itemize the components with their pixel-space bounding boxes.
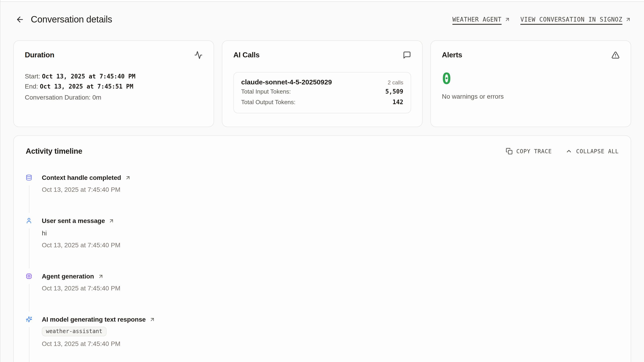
timeline-item-title[interactable]: User sent a message: [42, 216, 105, 225]
start-time-value: Oct 13, 2025 at 7:45:40 PM: [42, 73, 136, 80]
collapse-all-button[interactable]: COLLAPSE ALL: [566, 148, 619, 155]
output-tokens-value: 142: [392, 99, 403, 106]
copy-icon: [506, 148, 513, 155]
activity-timeline-card: Activity timeline COPY TRACE COLLAPSE AL…: [13, 135, 631, 362]
timeline-connector: [29, 327, 29, 362]
duration-card-title: Duration: [25, 51, 54, 59]
conversation-details-page: Conversation details WEATHER AGENT VIEW …: [0, 0, 644, 362]
timeline-item: User sent a message hi Oct 13, 2025 at 7…: [26, 216, 619, 250]
arrow-up-right-icon: [625, 16, 631, 22]
header-links: WEATHER AGENT VIEW CONVERSATION IN SIGNO…: [452, 16, 631, 23]
ai-calls-card-title: AI Calls: [233, 51, 260, 59]
activity-icon: [194, 51, 202, 59]
sparkles-icon: [26, 316, 32, 323]
database-icon: [26, 174, 32, 181]
end-time-value: Oct 13, 2025 at 7:45:51 PM: [40, 83, 133, 90]
user-icon: [26, 217, 32, 224]
model-name: claude-sonnet-4-5-20250929: [241, 78, 332, 86]
cpu-icon: [26, 273, 32, 279]
arrow-up-right-icon[interactable]: [125, 175, 131, 181]
timeline-item-title[interactable]: Context handle completed: [42, 173, 121, 182]
output-tokens-row: Total Output Tokens: 142: [241, 98, 403, 107]
chevron-up-icon: [566, 148, 572, 155]
page-header: Conversation details WEATHER AGENT VIEW …: [13, 2, 631, 26]
back-button[interactable]: [13, 13, 26, 26]
timeline-item: AI model generating text response weathe…: [26, 315, 619, 348]
start-time-row: Start: Oct 13, 2025 at 7:45:40 PM: [25, 72, 202, 81]
input-tokens-value: 5,509: [386, 88, 403, 95]
input-tokens-row: Total Input Tokens: 5,509: [241, 87, 403, 96]
timeline-item-timestamp: Oct 13, 2025 at 7:45:40 PM: [42, 240, 120, 250]
message-square-icon: [403, 51, 411, 59]
model-call-count: 2 calls: [388, 79, 403, 86]
timeline-item: Context handle completed Oct 13, 2025 at…: [26, 173, 619, 194]
timeline-item-timestamp: Oct 13, 2025 at 7:45:40 PM: [42, 339, 155, 348]
timeline-list: Context handle completed Oct 13, 2025 at…: [26, 173, 619, 348]
view-conversation-in-signoz-link[interactable]: VIEW CONVERSATION IN SIGNOZ: [520, 16, 631, 23]
arrow-left-icon: [16, 15, 24, 24]
conversation-duration-value: 0m: [92, 94, 101, 101]
conversation-duration-row: Conversation Duration: 0m: [25, 93, 202, 102]
timeline-connector: [29, 284, 29, 312]
alerts-card: Alerts 0 No warnings or errors: [430, 40, 631, 127]
alert-count: 0: [442, 70, 620, 87]
summary-cards: Duration Start: Oct 13, 2025 at 7:45:40 …: [13, 40, 631, 127]
duration-card: Duration Start: Oct 13, 2025 at 7:45:40 …: [13, 40, 214, 127]
arrow-up-right-icon: [504, 16, 510, 22]
timeline-item-message: hi: [42, 228, 120, 238]
timeline-connector: [29, 185, 29, 213]
timeline-item-timestamp: Oct 13, 2025 at 7:45:40 PM: [42, 284, 120, 293]
alert-message: No warnings or errors: [442, 93, 620, 100]
weather-agent-link[interactable]: WEATHER AGENT: [452, 16, 510, 23]
arrow-up-right-icon[interactable]: [149, 316, 155, 322]
timeline-item-title[interactable]: AI model generating text response: [42, 315, 146, 324]
timeline-connector: [29, 228, 29, 268]
alert-triangle-icon: [612, 51, 620, 59]
activity-timeline-title: Activity timeline: [26, 147, 82, 156]
arrow-up-right-icon[interactable]: [109, 218, 114, 224]
ai-calls-card: AI Calls claude-sonnet-4-5-20250929 2 ca…: [222, 40, 422, 127]
model-usage-box: claude-sonnet-4-5-20250929 2 calls Total…: [233, 72, 411, 113]
arrow-up-right-icon[interactable]: [98, 273, 104, 279]
top-divider: [0, 0, 644, 2]
timeline-item-title[interactable]: Agent generation: [42, 272, 94, 281]
alerts-card-title: Alerts: [442, 51, 462, 59]
timeline-item-badge: weather-assistant: [42, 327, 106, 336]
timeline-item-timestamp: Oct 13, 2025 at 7:45:40 PM: [42, 185, 131, 194]
page-title: Conversation details: [31, 14, 112, 24]
copy-trace-button[interactable]: COPY TRACE: [506, 148, 552, 155]
timeline-item: Agent generation Oct 13, 2025 at 7:45:40…: [26, 272, 619, 293]
end-time-row: End: Oct 13, 2025 at 7:45:51 PM: [25, 81, 202, 91]
